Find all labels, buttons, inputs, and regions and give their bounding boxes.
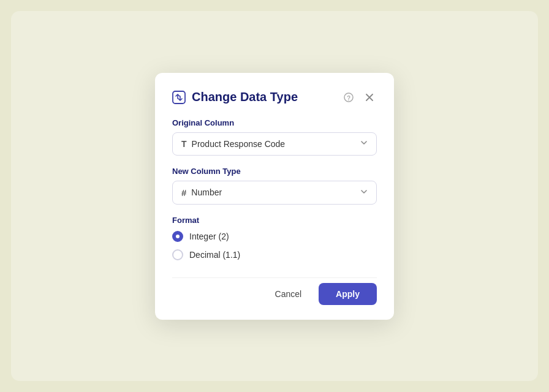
new-column-type-label: New Column Type [172, 167, 377, 176]
integer-option[interactable]: Integer (2) [172, 231, 377, 242]
cancel-button[interactable]: Cancel [265, 284, 312, 304]
original-column-select[interactable]: T Product Response Code [172, 132, 377, 156]
new-column-type-value: Number [191, 187, 222, 197]
background: Change Data Type ? Original Column [11, 11, 538, 381]
decimal-radio[interactable] [172, 249, 183, 260]
modal-header: Change Data Type ? [172, 90, 377, 105]
format-label: Format [172, 216, 377, 225]
integer-radio[interactable] [172, 231, 183, 242]
modal-footer: Cancel Apply [172, 277, 377, 305]
decimal-label: Decimal (1.1) [189, 250, 240, 260]
original-column-chevron [360, 139, 368, 148]
original-column-value: Product Response Code [192, 139, 286, 149]
text-type-icon: T [181, 139, 187, 149]
new-column-type-field: New Column Type # Number [172, 167, 377, 205]
original-column-label: Original Column [172, 118, 377, 127]
modal-header-actions: ? [341, 90, 377, 105]
new-column-type-select[interactable]: # Number [172, 181, 377, 205]
change-data-type-icon [172, 91, 186, 104]
help-button[interactable]: ? [341, 90, 356, 105]
svg-text:?: ? [347, 94, 350, 101]
apply-button[interactable]: Apply [319, 283, 377, 305]
new-column-type-value-group: # Number [181, 187, 222, 198]
svg-rect-0 [173, 91, 185, 104]
decimal-option[interactable]: Decimal (1.1) [172, 249, 377, 260]
modal-title-group: Change Data Type [172, 90, 298, 104]
new-column-type-chevron [360, 188, 368, 197]
modal-title: Change Data Type [192, 90, 298, 104]
change-data-type-modal: Change Data Type ? Original Column [155, 73, 394, 320]
number-type-icon: # [181, 187, 186, 198]
format-radio-group: Integer (2) Decimal (1.1) [172, 231, 377, 260]
integer-label: Integer (2) [189, 232, 229, 241]
format-section: Format Integer (2) Decimal (1.1) [172, 216, 377, 260]
original-column-field: Original Column T Product Response Code [172, 118, 377, 156]
original-column-value-group: T Product Response Code [181, 139, 285, 149]
close-button[interactable] [362, 90, 377, 105]
